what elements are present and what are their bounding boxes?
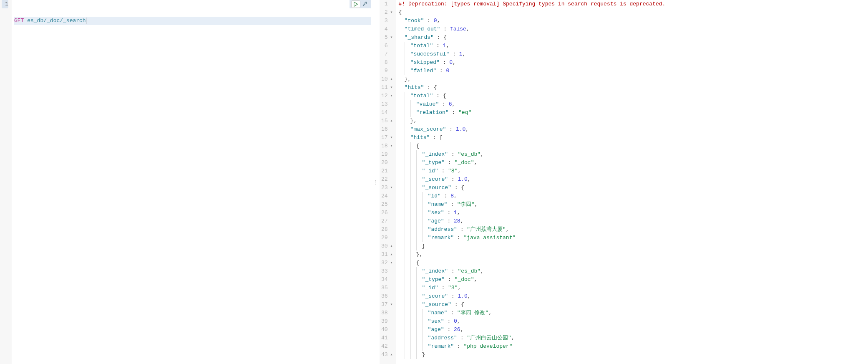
indent-guide bbox=[410, 259, 416, 267]
indent-guide bbox=[405, 217, 410, 225]
indent-guide bbox=[422, 209, 428, 217]
run-request-button[interactable] bbox=[351, 0, 360, 8]
line-number: 30▴ bbox=[381, 242, 393, 250]
token: "_shards" bbox=[405, 33, 434, 42]
indent-guide bbox=[399, 184, 405, 192]
indent-guide bbox=[410, 217, 416, 225]
token: , bbox=[506, 225, 509, 234]
response-viewer[interactable]: 12▾345▾678910▴11▾12▾131415▴1617▾18▾19202… bbox=[380, 0, 868, 364]
token: "_index" bbox=[422, 267, 448, 276]
line-number: 9 bbox=[381, 67, 393, 75]
fold-toggle-icon[interactable]: ▴ bbox=[389, 242, 393, 250]
token: "value" bbox=[416, 100, 439, 109]
token: : bbox=[441, 192, 450, 200]
indent-guide bbox=[422, 200, 428, 209]
line-number: 11▾ bbox=[381, 83, 393, 92]
line-number: 23▾ bbox=[381, 184, 393, 192]
token: "_id" bbox=[422, 167, 438, 175]
indent-guide bbox=[405, 225, 410, 234]
request-editor-pane: 1 GET es_db/_doc/_search bbox=[0, 0, 371, 364]
response-line: "name" : "李四_修改", bbox=[399, 309, 868, 317]
token: , bbox=[413, 117, 417, 125]
fold-toggle-icon[interactable]: ▴ bbox=[389, 117, 393, 125]
indent-guide bbox=[399, 192, 405, 200]
request-editor[interactable]: 1 GET es_db/_doc/_search bbox=[0, 0, 371, 364]
response-line: }, bbox=[399, 117, 868, 125]
token: 0 bbox=[449, 58, 453, 67]
indent-guide bbox=[416, 209, 422, 217]
line-number: 28 bbox=[381, 225, 393, 234]
token: : bbox=[446, 125, 455, 134]
response-line: } bbox=[399, 242, 868, 250]
fold-toggle-icon[interactable]: ▴ bbox=[389, 75, 393, 83]
request-code-area[interactable]: GET es_db/_doc/_search bbox=[12, 0, 371, 364]
fold-toggle-icon[interactable]: ▾ bbox=[389, 83, 393, 92]
indent-guide bbox=[416, 276, 422, 284]
indent-guide bbox=[399, 117, 405, 125]
token: } bbox=[405, 75, 408, 83]
line-number: 40 bbox=[381, 326, 393, 334]
fold-toggle-icon[interactable]: ▾ bbox=[389, 8, 393, 17]
fold-toggle-icon[interactable]: ▴ bbox=[389, 250, 393, 259]
indent-guide bbox=[410, 192, 416, 200]
indent-guide bbox=[410, 342, 416, 351]
fold-toggle-icon[interactable]: ▾ bbox=[389, 184, 393, 192]
line-number: 32▾ bbox=[381, 259, 393, 267]
fold-toggle-icon[interactable]: ▾ bbox=[389, 259, 393, 267]
response-line: { bbox=[399, 142, 868, 150]
line-number: 2▾ bbox=[381, 8, 393, 17]
response-line: "_score" : 1.0, bbox=[399, 292, 868, 301]
token: : bbox=[439, 100, 448, 109]
indent-guide bbox=[416, 234, 422, 242]
fold-toggle-icon[interactable]: ▾ bbox=[389, 301, 393, 309]
token: "_index" bbox=[422, 150, 448, 159]
indent-guide bbox=[399, 301, 405, 309]
line-number: 14 bbox=[381, 109, 393, 117]
token: , bbox=[458, 167, 461, 175]
fold-toggle-icon[interactable]: ▴ bbox=[389, 351, 393, 359]
response-line: "successful" : 1, bbox=[399, 50, 868, 58]
text-cursor bbox=[86, 18, 86, 24]
fold-toggle-icon[interactable]: ▾ bbox=[389, 33, 393, 42]
indent-guide bbox=[410, 100, 416, 109]
indent-guide bbox=[399, 58, 405, 67]
token: , bbox=[462, 50, 465, 58]
line-number: 1 bbox=[2, 0, 8, 8]
fold-toggle-icon[interactable]: ▾ bbox=[389, 92, 393, 100]
indent-guide bbox=[410, 242, 416, 250]
token: : bbox=[434, 33, 443, 42]
token: : bbox=[449, 50, 459, 58]
token: : bbox=[454, 234, 463, 242]
token: "successful" bbox=[410, 50, 450, 58]
indent-guide bbox=[416, 309, 422, 317]
indent-guide bbox=[410, 200, 416, 209]
token: { bbox=[443, 33, 447, 42]
indent-guide bbox=[416, 342, 422, 351]
token: , bbox=[481, 267, 484, 276]
indent-guide bbox=[399, 267, 405, 276]
token: { bbox=[443, 92, 446, 100]
indent-guide bbox=[410, 159, 416, 167]
options-button[interactable] bbox=[360, 0, 370, 8]
response-line: "_type" : "_doc", bbox=[399, 159, 868, 167]
pane-splitter[interactable]: ⋮ bbox=[371, 0, 380, 364]
response-line: "_type" : "_doc", bbox=[399, 276, 868, 284]
response-code-area[interactable]: #! Deprecation: [types removal] Specifyi… bbox=[396, 0, 868, 364]
fold-toggle-icon[interactable]: ▾ bbox=[389, 142, 393, 150]
indent-guide bbox=[410, 150, 416, 159]
token: } bbox=[422, 351, 425, 359]
fold-toggle-icon[interactable]: ▾ bbox=[389, 134, 393, 142]
token: : bbox=[444, 326, 454, 334]
line-number: 21 bbox=[381, 167, 393, 175]
response-line: "age" : 28, bbox=[399, 217, 868, 225]
token: "_score" bbox=[422, 175, 448, 184]
line-number: 42 bbox=[381, 342, 393, 351]
token: , bbox=[468, 175, 471, 184]
indent-guide bbox=[422, 342, 428, 351]
indent-guide bbox=[405, 309, 410, 317]
token: { bbox=[416, 142, 420, 150]
line-number: 37▾ bbox=[381, 301, 393, 309]
token: : bbox=[457, 225, 467, 234]
line-number: 3 bbox=[381, 17, 393, 25]
request-line[interactable]: GET es_db/_doc/_search bbox=[14, 17, 371, 25]
